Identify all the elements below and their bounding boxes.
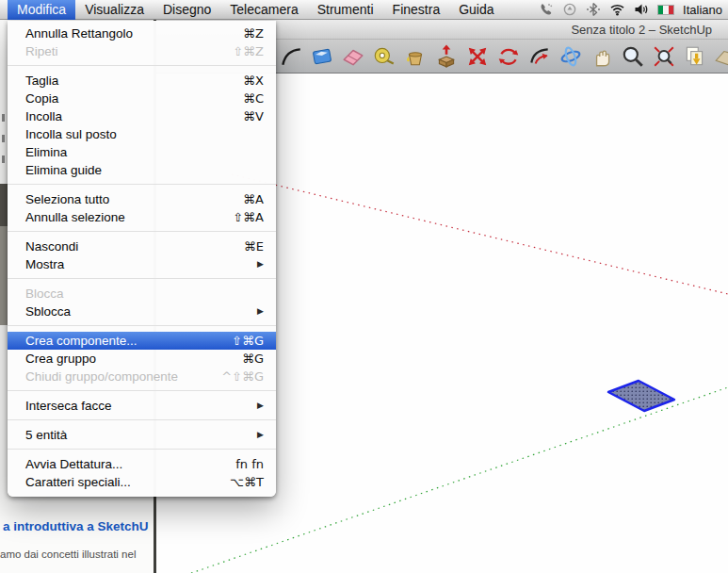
menubar-status-area: Italiano <box>539 2 728 17</box>
push-pull-tool-icon[interactable] <box>434 44 459 69</box>
webpage-image-fragment <box>0 226 8 325</box>
arc-tool-icon[interactable] <box>279 44 303 69</box>
wifi-icon[interactable] <box>609 2 625 17</box>
input-source-label[interactable]: Italiano <box>683 3 722 17</box>
menubar-item-strumenti[interactable]: Strumenti <box>308 0 383 20</box>
menu-item-elimina[interactable]: Elimina <box>8 143 276 161</box>
menu-item-avvia-dettatura[interactable]: Avvia Dettatura...fn fn <box>8 455 276 473</box>
menu-separator <box>8 273 276 285</box>
rotate-tool-icon[interactable] <box>496 44 521 69</box>
window-title: Senza titolo 2 – SketchUp <box>571 23 712 37</box>
menu-item-elimina-guide[interactable]: Elimina guide <box>8 161 276 179</box>
time-machine-icon[interactable] <box>562 2 577 17</box>
menu-item-taglia[interactable]: Taglia⌘X <box>8 72 276 90</box>
menu-item-incolla[interactable]: Incolla⌘V <box>8 107 276 125</box>
pan-tool-icon[interactable] <box>590 44 614 69</box>
menu-item-interseca-facce[interactable]: Interseca facce <box>8 397 276 415</box>
menu-item-seleziona-tutto[interactable]: Seleziona tutto⌘A <box>8 190 276 208</box>
menu-item-annulla-rettangolo[interactable]: Annulla Rettangolo⌘Z <box>8 25 276 42</box>
make-component-icon[interactable] <box>310 44 334 69</box>
screen: a introduttiva a SketchU amo dai concett… <box>0 0 728 573</box>
submenu-arrow-icon <box>257 303 264 320</box>
zoom-tool-icon[interactable] <box>621 44 645 69</box>
menu-item-incolla-sul-posto[interactable]: Incolla sul posto <box>8 125 276 143</box>
menu-item-caratteri-speciali[interactable]: Caratteri speciali...⌥⌘T <box>8 473 276 491</box>
bluetooth-icon[interactable] <box>586 2 601 17</box>
menubar-item-modifica[interactable]: Modifica <box>8 0 75 20</box>
italian-flag-icon[interactable] <box>657 5 674 15</box>
webpage-paragraph: amo dai concetti illustrati nel <box>0 548 156 560</box>
menu-item-chiudi-gruppo-componente: Chiudi gruppo/componente^⇧⌘G <box>8 368 276 385</box>
get-models-icon[interactable] <box>683 44 707 69</box>
menu-item-ripeti: Ripeti⇧⌘Z <box>8 42 276 60</box>
eraser-tool-icon[interactable] <box>341 44 365 69</box>
webpage-text-fragment <box>2 114 5 122</box>
offset-tool-icon[interactable] <box>527 44 552 69</box>
orbit-tool-icon[interactable] <box>558 44 583 69</box>
webpage-heading-link[interactable]: a introduttiva a SketchU <box>3 519 156 533</box>
menubar-item-disegno[interactable]: Disegno <box>154 0 220 20</box>
volume-icon[interactable] <box>634 2 649 17</box>
menu-separator <box>8 226 276 237</box>
share-model-icon[interactable] <box>714 44 728 69</box>
menu-separator <box>8 179 276 190</box>
paint-bucket-icon[interactable] <box>403 44 428 69</box>
red-axis-line <box>232 174 728 294</box>
menu-item-annulla-selezione[interactable]: Annulla selezione⇧⌘A <box>8 208 276 226</box>
menu-separator <box>8 444 276 455</box>
menu-item-crea-componente[interactable]: Crea componente...⇧⌘G <box>8 332 276 350</box>
menu-separator <box>8 385 276 397</box>
zoom-extents-icon[interactable] <box>652 44 676 69</box>
menubar-item-guida[interactable]: Guida <box>449 0 503 20</box>
submenu-arrow-icon <box>257 426 264 444</box>
menu-separator <box>8 60 276 72</box>
selected-component[interactable] <box>608 381 674 411</box>
menubar-item-telecamera[interactable]: Telecamera <box>220 0 307 20</box>
submenu-arrow-icon <box>257 397 264 415</box>
webpage-text-fragment <box>2 156 5 163</box>
menu-separator <box>8 320 276 332</box>
webpage-text-fragment <box>2 135 5 142</box>
move-tool-icon[interactable] <box>465 44 490 69</box>
menu-item-mostra[interactable]: Mostra <box>8 255 276 273</box>
menu-item-blocca: Blocca <box>8 285 276 303</box>
menu-item-nascondi[interactable]: Nascondi⌘E <box>8 237 276 255</box>
tape-measure-icon[interactable] <box>372 44 396 69</box>
menu-item-crea-gruppo[interactable]: Crea gruppo⌘G <box>8 350 276 368</box>
webpage-image-fragment <box>0 184 8 226</box>
menu-item-sblocca[interactable]: Sblocca <box>8 303 276 320</box>
menubar-item-visualizza[interactable]: Visualizza <box>75 0 154 20</box>
submenu-arrow-icon <box>257 255 264 273</box>
edit-menu-dropdown: Annulla Rettangolo⌘Z Ripeti⇧⌘Z Taglia⌘X … <box>8 21 276 497</box>
menu-item-copia[interactable]: Copia⌘C <box>8 90 276 107</box>
menubar-item-finestra[interactable]: Finestra <box>383 0 450 20</box>
phone-icon[interactable] <box>539 2 554 17</box>
menu-separator <box>8 415 276 426</box>
menu-item-5-entita[interactable]: 5 entità <box>8 426 276 444</box>
menubar: Modifica Visualizza Disegno Telecamera S… <box>0 0 728 20</box>
